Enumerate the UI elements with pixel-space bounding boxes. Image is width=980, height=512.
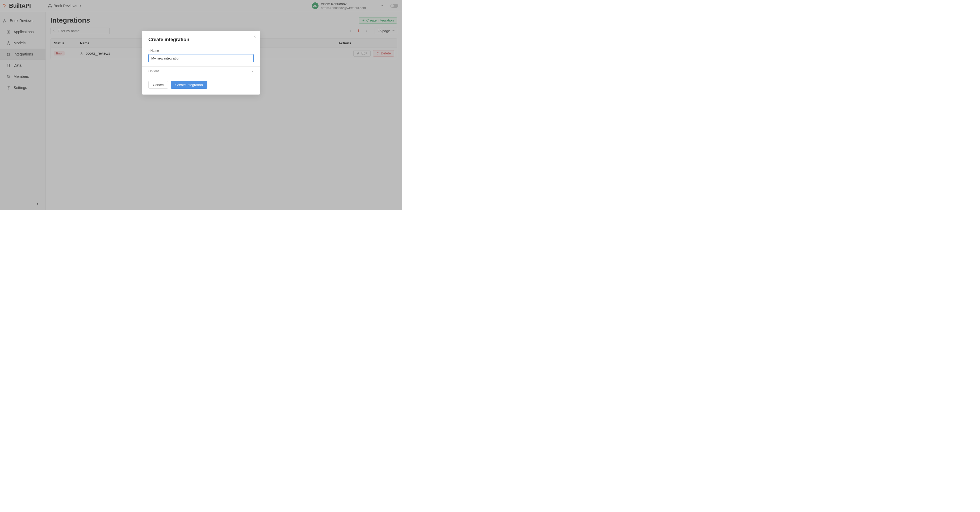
modal-title: Create integration xyxy=(148,37,254,43)
modal-close-button[interactable] xyxy=(253,35,256,39)
optional-toggle[interactable]: Optional xyxy=(148,67,254,76)
modal-name-label: * Name xyxy=(148,49,254,52)
submit-label: Create integration xyxy=(175,83,203,87)
cancel-button[interactable]: Cancel xyxy=(148,81,168,89)
submit-button[interactable]: Create integration xyxy=(171,81,207,89)
modal-overlay[interactable]: Create integration * Name Optional Cance… xyxy=(0,0,402,210)
create-integration-modal: Create integration * Name Optional Cance… xyxy=(142,31,260,95)
chevron-right-icon xyxy=(251,70,254,73)
cancel-label: Cancel xyxy=(153,83,164,87)
optional-label: Optional xyxy=(148,69,160,73)
close-icon xyxy=(253,35,256,38)
integration-name-input[interactable] xyxy=(148,54,254,62)
